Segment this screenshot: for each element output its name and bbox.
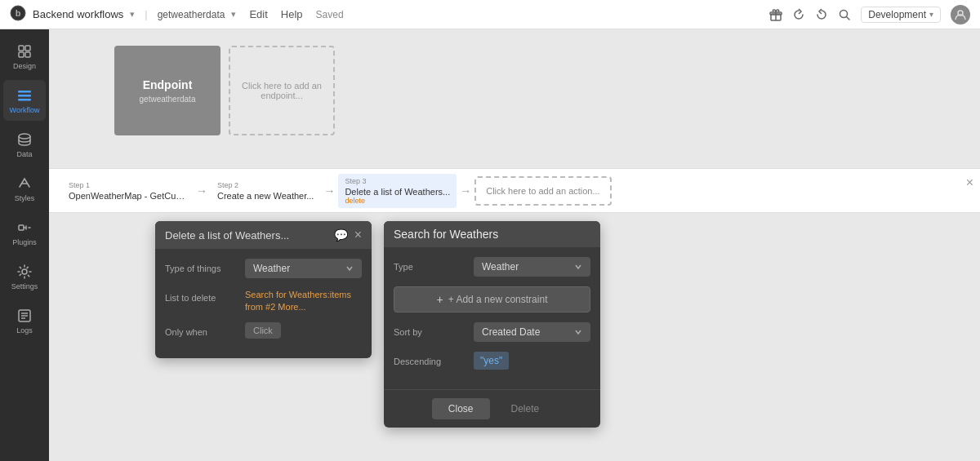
svg-rect-9 <box>25 46 30 51</box>
sidebar-data-label: Data <box>16 150 32 158</box>
svg-point-15 <box>19 134 30 139</box>
panels-area: Delete a list of Weathers... 💬 × Type of… <box>49 213 980 461</box>
descending-value[interactable]: "yes" <box>474 352 509 370</box>
delete-btn[interactable]: Delete <box>498 398 553 419</box>
app-dropdown[interactable]: ▾ <box>130 9 135 20</box>
svg-rect-14 <box>18 99 31 101</box>
endpoint-label: Endpoint <box>143 78 193 91</box>
comment-icon[interactable]: 💬 <box>334 228 348 242</box>
step-item-3: Step 3 Delete a list of Weathers... dele… <box>338 174 474 208</box>
step-box-1[interactable]: Step 1 OpenWeatherMap - GetCurrentWeathe… <box>62 178 193 204</box>
close-btn[interactable]: Close <box>432 398 490 419</box>
delete-panel-title: Delete a list of Weathers... <box>165 229 289 242</box>
step-arrow-1: → <box>196 184 207 197</box>
type-of-things-dropdown[interactable]: Weather <box>245 259 362 278</box>
redo-icon[interactable] <box>815 8 828 21</box>
menu-edit[interactable]: Edit <box>249 8 267 20</box>
descending-label: Descending <box>394 352 467 366</box>
sidebar-item-settings[interactable]: Settings <box>3 256 46 297</box>
gift-icon[interactable] <box>769 8 782 21</box>
step-box-3[interactable]: Step 3 Delete a list of Weathers... dele… <box>338 174 457 208</box>
search-panel-footer: Close Delete <box>384 389 600 428</box>
env-arrow: ▾ <box>929 10 933 19</box>
svg-rect-11 <box>25 52 30 57</box>
environment-selector[interactable]: Development ▾ <box>861 7 941 23</box>
type-of-things-value: Weather <box>253 263 290 274</box>
sidebar-design-label: Design <box>13 62 36 70</box>
list-to-delete-label: List to delete <box>165 288 238 303</box>
search-type-dropdown[interactable]: Weather <box>474 257 590 277</box>
step-arrow-2: → <box>323 184 335 197</box>
search-icon[interactable] <box>838 8 851 21</box>
sidebar-settings-label: Settings <box>11 282 38 290</box>
sort-by-label: Sort by <box>394 322 467 337</box>
workflow-name[interactable]: getweatherdata <box>158 9 225 20</box>
endpoint-box[interactable]: Endpoint getweatherdata <box>114 46 220 135</box>
list-to-delete-value[interactable]: Search for Weathers:items from #2 More..… <box>245 290 351 312</box>
only-when-row: Only when Click <box>165 322 362 339</box>
type-of-things-field: Weather <box>245 259 362 278</box>
saved-status: Saved <box>316 9 344 20</box>
user-avatar[interactable] <box>951 5 970 24</box>
search-type-field: Weather <box>474 257 590 277</box>
step-item-1: Step 1 OpenWeatherMap - GetCurrentWeathe… <box>62 178 211 204</box>
refresh-icon[interactable] <box>792 8 805 21</box>
topbar: b Backend workflows ▾ | getweatherdata ▾… <box>0 0 980 29</box>
add-action-text: Click here to add an action... <box>486 186 599 196</box>
step-tag-3: delete <box>345 197 450 205</box>
sidebar-item-design[interactable]: Design <box>3 36 46 77</box>
sort-by-row: Sort by Created Date <box>394 322 590 342</box>
search-type-label: Type <box>394 257 467 272</box>
sidebar-item-plugins[interactable]: Plugins <box>3 212 46 253</box>
plus-icon: + <box>437 293 443 306</box>
sidebar-item-logs[interactable]: Logs <box>3 300 46 341</box>
search-panel: Search for Weathers Type Weather <box>384 221 600 428</box>
main-canvas: Endpoint getweatherdata Click here to ad… <box>49 29 980 461</box>
topbar-right: Development ▾ <box>769 5 970 24</box>
step-bar-close[interactable]: × <box>966 175 973 190</box>
type-of-things-row: Type of things Weather <box>165 259 362 278</box>
sidebar: Design Workflow Data Styles <box>0 29 49 461</box>
svg-point-18 <box>22 269 27 274</box>
topbar-separator: | <box>145 8 147 20</box>
sidebar-workflow-label: Workflow <box>10 106 40 114</box>
workflow-dropdown[interactable]: ▾ <box>231 9 236 20</box>
descending-field: "yes" <box>474 352 590 370</box>
search-type-value: Weather <box>482 261 519 273</box>
svg-line-6 <box>847 16 850 20</box>
close-panel-icon[interactable]: × <box>354 228 362 242</box>
search-panel-header: Search for Weathers <box>384 221 600 247</box>
svg-rect-12 <box>18 91 31 93</box>
svg-rect-8 <box>19 46 24 51</box>
sidebar-item-styles[interactable]: Styles <box>3 168 46 209</box>
step-item-2: Step 2 Create a new Weather... → <box>211 178 338 204</box>
add-endpoint-box[interactable]: Click here to add an endpoint... <box>229 46 335 135</box>
step-arrow-3: → <box>460 184 471 197</box>
sidebar-logs-label: Logs <box>16 326 33 335</box>
step-box-2[interactable]: Step 2 Create a new Weather... <box>211 178 320 204</box>
type-of-things-label: Type of things <box>165 259 238 273</box>
env-label: Development <box>868 9 926 20</box>
menu-help[interactable]: Help <box>281 8 303 20</box>
app-name: Backend workflows <box>33 8 123 20</box>
search-panel-body: Type Weather + + Add a new constraint <box>384 247 600 389</box>
only-when-btn[interactable]: Click <box>245 322 281 339</box>
sort-by-field: Created Date <box>474 322 590 342</box>
delete-panel-body: Type of things Weather List to delete <box>155 249 372 358</box>
delete-panel-header: Delete a list of Weathers... 💬 × <box>155 221 372 249</box>
list-more[interactable]: More... <box>278 302 305 312</box>
add-constraint-btn[interactable]: + + Add a new constraint <box>394 286 590 313</box>
step-number-1: Step 1 <box>69 181 186 189</box>
add-action-box[interactable]: Click here to add an action... <box>474 176 611 206</box>
sort-by-value: Created Date <box>482 326 540 338</box>
delete-panel-icons: 💬 × <box>334 228 362 242</box>
step-name-3: Delete a list of Weathers... <box>345 187 450 197</box>
add-constraint-label: + Add a new constraint <box>448 294 548 305</box>
only-when-label: Only when <box>165 322 238 337</box>
sort-by-dropdown[interactable]: Created Date <box>474 322 590 342</box>
endpoint-name: getweatherdata <box>140 95 196 104</box>
add-endpoint-text: Click here to add an endpoint... <box>230 81 333 100</box>
sidebar-item-data[interactable]: Data <box>3 124 46 165</box>
sidebar-styles-label: Styles <box>15 194 35 202</box>
sidebar-item-workflow[interactable]: Workflow <box>3 80 46 121</box>
